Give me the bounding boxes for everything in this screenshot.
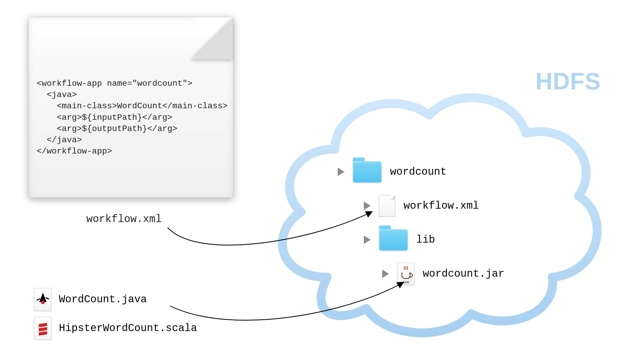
source-file-list: WordCount.java HipsterWordCount.scala [34, 285, 197, 343]
tree-item-label: wordcount [390, 166, 447, 178]
workflow-xml-code: <workflow-app name="wordcount"> <java> <… [37, 78, 228, 157]
folder-icon [353, 161, 382, 183]
disclosure-triangle-icon [364, 236, 371, 244]
jar-badge: JAR [403, 281, 409, 284]
disclosure-triangle-icon [338, 168, 344, 176]
source-file-name: WordCount.java [59, 294, 147, 305]
hdfs-title: HDFS [536, 68, 601, 95]
disclosure-triangle-icon [364, 202, 371, 210]
folder-icon [379, 229, 408, 251]
hdfs-file-tree: wordcount workflow.xml lib JAR wordcount… [338, 155, 504, 291]
workflow-xml-label: workflow.xml [86, 213, 162, 225]
source-file-name: HipsterWordCount.scala [59, 322, 197, 334]
workflow-xml-document: <workflow-app name="wordcount"> <java> <… [29, 17, 233, 198]
file-icon [379, 195, 395, 217]
source-file-row: HipsterWordCount.scala [34, 314, 197, 343]
source-file-row: WordCount.java [34, 285, 197, 314]
tree-row-wordcount: wordcount [338, 155, 504, 189]
tree-row-wordcount-jar: JAR wordcount.jar [382, 257, 504, 291]
tree-item-label: workflow.xml [404, 200, 479, 212]
scala-file-icon [34, 317, 52, 340]
disclosure-triangle-icon [382, 270, 389, 278]
page-fold-icon [191, 17, 233, 59]
java-file-icon [34, 288, 52, 311]
tree-item-label: lib [416, 234, 435, 246]
tree-row-lib: lib [364, 223, 504, 257]
jar-file-icon: JAR [397, 263, 414, 285]
tree-item-label: wordcount.jar [423, 268, 504, 280]
tree-row-workflow-xml: workflow.xml [364, 189, 504, 223]
